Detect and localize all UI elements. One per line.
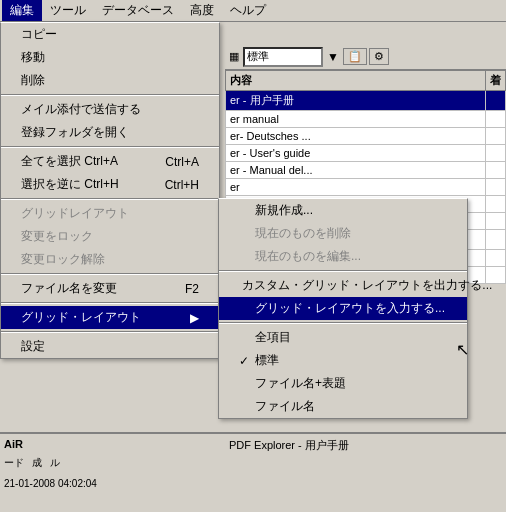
toolbar-btn1[interactable]: 📋 bbox=[343, 48, 367, 65]
submenu-new-label: 新規作成... bbox=[255, 202, 313, 219]
cell-content: er - 用户手册 bbox=[226, 91, 486, 111]
cell-content: er - Manual del... bbox=[226, 162, 486, 179]
air-label: AiR bbox=[4, 438, 221, 450]
menu-item-database[interactable]: データベース bbox=[94, 0, 182, 21]
table-row[interactable]: er - Manual del... bbox=[226, 162, 506, 179]
submenu-all-items[interactable]: 全項目 bbox=[219, 326, 467, 349]
submenu-filename[interactable]: ファイル名 bbox=[219, 395, 467, 418]
menu-lock-changes: 変更をロック bbox=[1, 225, 219, 248]
cell-marked bbox=[486, 250, 506, 267]
check-mark-ft bbox=[239, 377, 255, 391]
sep5 bbox=[1, 302, 219, 304]
table-row[interactable]: er - User's guide bbox=[226, 145, 506, 162]
cell-content: er bbox=[226, 179, 486, 196]
sidebar-ld: ード bbox=[4, 456, 24, 470]
sep1 bbox=[1, 94, 219, 96]
toolbar: ▦ ▼ 📋 ⚙ bbox=[225, 44, 506, 70]
col-header-marked: 着 bbox=[486, 71, 506, 91]
cell-content: er- Deutsches ... bbox=[226, 128, 486, 145]
submenu-sep1 bbox=[219, 270, 467, 272]
menu-select-all[interactable]: 全てを選択 Ctrl+A Ctrl+A bbox=[1, 150, 219, 173]
sep6 bbox=[1, 331, 219, 333]
menu-delete[interactable]: 削除 bbox=[1, 69, 219, 92]
submenu-export[interactable]: カスタム・グリッド・レイアウトを出力する... bbox=[219, 274, 467, 297]
check-mark-fn bbox=[239, 400, 255, 414]
menu-copy[interactable]: コピー bbox=[1, 23, 219, 46]
cell-marked bbox=[486, 145, 506, 162]
menu-select-all-label: 全てを選択 Ctrl+A bbox=[21, 153, 118, 170]
toolbar-btn2[interactable]: ⚙ bbox=[369, 48, 389, 65]
submenu-standard[interactable]: ✓ 標準 bbox=[219, 349, 467, 372]
table-row[interactable]: er bbox=[226, 179, 506, 196]
submenu: 新規作成... 現在のものを削除 現在のものを編集... カスタム・グリッド・レ… bbox=[218, 198, 468, 419]
submenu-filename-title[interactable]: ファイル名+表題 bbox=[219, 372, 467, 395]
cell-marked bbox=[486, 196, 506, 213]
menu-rename-label: ファイル名を変更 bbox=[21, 280, 117, 297]
menu-select-all-shortcut: Ctrl+A bbox=[165, 155, 199, 169]
menu-invert-label: 選択を逆に Ctrl+H bbox=[21, 176, 119, 193]
bottom-panel: AiR ード 成 ル 21-01-2008 04:02:04 PDF Explo… bbox=[0, 432, 506, 512]
menu-unlock-changes: 変更ロック解除 bbox=[1, 248, 219, 271]
menu-settings[interactable]: 設定 bbox=[1, 335, 219, 358]
menu-invert-select[interactable]: 選択を逆に Ctrl+H Ctrl+H bbox=[1, 173, 219, 196]
submenu-del-label: 現在のものを削除 bbox=[255, 225, 351, 242]
sep3 bbox=[1, 198, 219, 200]
table-row[interactable]: er manual bbox=[226, 111, 506, 128]
submenu-standard-label: 標準 bbox=[255, 352, 279, 369]
cell-content: er - User's guide bbox=[226, 145, 486, 162]
col-header-content: 内容 bbox=[226, 71, 486, 91]
menu-rename[interactable]: ファイル名を変更 F2 bbox=[1, 277, 219, 300]
menu-bar: 編集 ツール データベース 高度 ヘルプ bbox=[0, 0, 506, 22]
submenu-all-label: 全項目 bbox=[255, 329, 291, 346]
submenu-import-label: グリッド・レイアウトを入力する... bbox=[255, 300, 445, 317]
dropdown-arrow[interactable]: ▼ bbox=[327, 50, 339, 64]
cell-marked bbox=[486, 230, 506, 250]
menu-item-edit[interactable]: 編集 bbox=[2, 0, 42, 21]
sidebar-nw: 成 bbox=[32, 456, 42, 470]
sep4 bbox=[1, 273, 219, 275]
submenu-import[interactable]: グリッド・レイアウトを入力する... bbox=[219, 297, 467, 320]
layout-dropdown[interactable] bbox=[243, 47, 323, 67]
menu-send-mail[interactable]: メイル添付で送信する bbox=[1, 98, 219, 121]
submenu-delete-current: 現在のものを削除 bbox=[219, 222, 467, 245]
table-row[interactable]: er - 用户手册 bbox=[226, 91, 506, 111]
bottom-left-panel: AiR ード 成 ル 21-01-2008 04:02:04 bbox=[0, 434, 225, 512]
menu-item-help[interactable]: ヘルプ bbox=[222, 0, 274, 21]
table-row[interactable]: er- Deutsches ... bbox=[226, 128, 506, 145]
cell-marked bbox=[486, 128, 506, 145]
submenu-edit-current: 現在のものを編集... bbox=[219, 245, 467, 268]
menu-grid-layout[interactable]: グリッド・レイアウト ▶ bbox=[1, 306, 219, 329]
submenu-edit-label: 現在のものを編集... bbox=[255, 248, 361, 265]
menu-grid-layout-arrow: ▶ bbox=[190, 311, 199, 325]
check-mark-edit bbox=[239, 250, 255, 264]
check-mark-all bbox=[239, 331, 255, 345]
check-mark-del bbox=[239, 227, 255, 241]
menu-open-folder[interactable]: 登録フォルダを開く bbox=[1, 121, 219, 144]
submenu-new[interactable]: 新規作成... bbox=[219, 199, 467, 222]
cell-marked bbox=[486, 162, 506, 179]
check-mark-new bbox=[239, 204, 255, 218]
submenu-fn-label: ファイル名 bbox=[255, 398, 315, 415]
menu-move[interactable]: 移動 bbox=[1, 46, 219, 69]
submenu-ft-label: ファイル名+表題 bbox=[255, 375, 346, 392]
cell-content: er manual bbox=[226, 111, 486, 128]
menu-rename-shortcut: F2 bbox=[185, 282, 199, 296]
sep2 bbox=[1, 146, 219, 148]
check-mark-standard: ✓ bbox=[239, 354, 255, 368]
cell-marked bbox=[486, 111, 506, 128]
menu-grid-layout-label: グリッド・レイアウト bbox=[21, 309, 141, 326]
cell-marked bbox=[486, 91, 506, 111]
bottom-right-panel: PDF Explorer - 用户手册 bbox=[225, 434, 506, 512]
menu-item-advanced[interactable]: 高度 bbox=[182, 0, 222, 21]
dropdown-menu: コピー 移動 削除 メイル添付で送信する 登録フォルダを開く 全てを選択 Ctr… bbox=[0, 22, 220, 359]
cell-marked bbox=[486, 179, 506, 196]
sidebar-ru: ル bbox=[50, 456, 60, 470]
menu-invert-shortcut: Ctrl+H bbox=[165, 178, 199, 192]
cell-marked bbox=[486, 213, 506, 230]
submenu-export-label: カスタム・グリッド・レイアウトを出力する... bbox=[242, 277, 492, 294]
check-mark-import bbox=[239, 302, 255, 316]
bottom-title: PDF Explorer - 用户手册 bbox=[229, 438, 502, 453]
bottom-date: 21-01-2008 04:02:04 bbox=[4, 478, 221, 489]
menu-item-tools[interactable]: ツール bbox=[42, 0, 94, 21]
menu-grid-layout-old: グリッドレイアウト bbox=[1, 202, 219, 225]
